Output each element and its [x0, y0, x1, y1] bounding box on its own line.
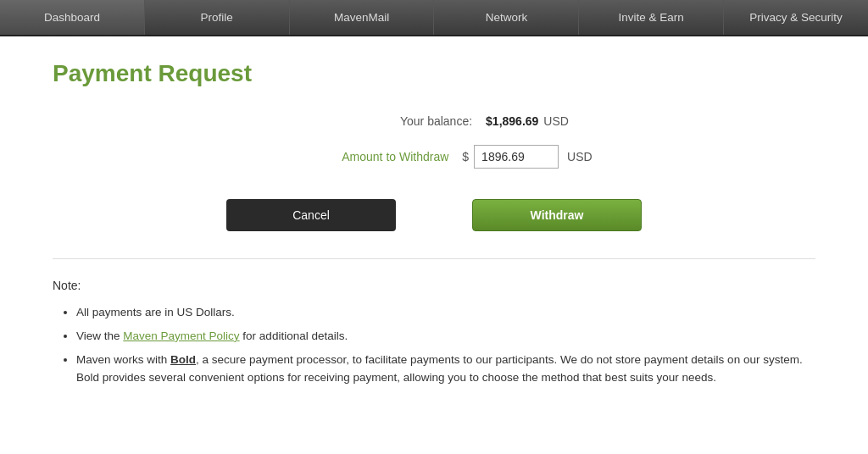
section-divider	[53, 258, 815, 259]
button-row: Cancel Withdraw	[53, 199, 815, 231]
note-item-3: Maven works with Bold, a secure payment …	[76, 351, 815, 387]
nav-mavenmail[interactable]: MavenMail	[290, 0, 435, 35]
dollar-sign: $	[462, 150, 469, 163]
withdraw-amount-input[interactable]	[474, 145, 559, 169]
payment-form: Your balance: $1,896.69 USD Amount to Wi…	[53, 114, 815, 231]
notes-list: All payments are in US Dollars. View the…	[53, 303, 815, 386]
withdraw-button[interactable]: Withdraw	[472, 199, 642, 231]
nav-dashboard[interactable]: Dashboard	[0, 0, 145, 35]
withdraw-row: Amount to Withdraw $ USD	[53, 145, 815, 169]
withdraw-label: Amount to Withdraw	[275, 150, 462, 163]
note-item-2-before: View the	[76, 329, 123, 342]
cancel-button[interactable]: Cancel	[226, 199, 396, 231]
withdraw-input-group: $ USD	[462, 145, 592, 169]
note-item-2-after: for additional details.	[240, 329, 348, 342]
note-title: Note:	[53, 276, 815, 295]
page-title: Payment Request	[53, 60, 815, 87]
balance-label: Your balance:	[299, 114, 486, 128]
note-item-2: View the Maven Payment Policy for additi…	[76, 327, 815, 346]
nav-profile[interactable]: Profile	[145, 0, 290, 35]
note-item-1: All payments are in US Dollars.	[76, 303, 815, 322]
main-nav: Dashboard Profile MavenMail Network Invi…	[0, 0, 868, 36]
note-item-3-before: Maven works with	[76, 353, 170, 366]
balance-value: $1,896.69	[486, 114, 538, 128]
main-content: Payment Request Your balance: $1,896.69 …	[19, 36, 849, 426]
withdraw-currency: USD	[567, 150, 593, 163]
nav-privacy-security[interactable]: Privacy & Security	[724, 0, 868, 35]
nav-network[interactable]: Network	[434, 0, 579, 35]
nav-invite-earn[interactable]: Invite & Earn	[579, 0, 724, 35]
notes-section: Note: All payments are in US Dollars. Vi…	[53, 276, 815, 387]
bold-link[interactable]: Bold	[170, 353, 196, 366]
balance-row: Your balance: $1,896.69 USD	[53, 114, 815, 128]
balance-currency: USD	[543, 114, 569, 128]
maven-payment-policy-link[interactable]: Maven Payment Policy	[123, 329, 239, 342]
